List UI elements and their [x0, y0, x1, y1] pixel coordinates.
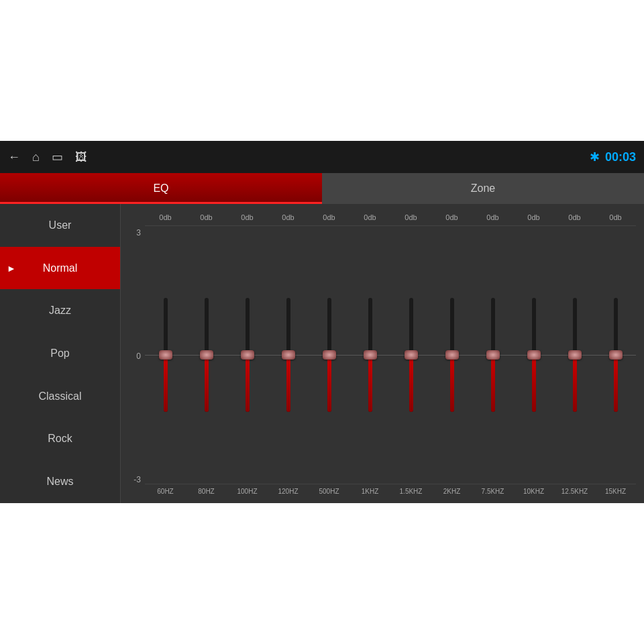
slider-track-wrap: [595, 225, 636, 484]
slider-track-wrap: [554, 225, 595, 484]
eq-panel: 3 0 -3 0db0db0db0db0db0db0db0db0db0db0db…: [121, 204, 644, 503]
slider-thumb[interactable]: [609, 350, 623, 360]
slider-track-wrap: [309, 225, 350, 484]
slider-track[interactable]: [286, 298, 290, 412]
db-label: 0db: [268, 213, 309, 221]
sidebar-item-user[interactable]: User: [0, 204, 120, 247]
slider-thumb[interactable]: [282, 350, 295, 360]
slider-thumb[interactable]: [405, 350, 418, 360]
tab-zone[interactable]: Zone: [322, 173, 644, 204]
db-label: 0db: [350, 213, 390, 221]
back-icon[interactable]: ←: [8, 150, 20, 164]
slider-column: 2KHZ: [431, 225, 472, 498]
slider-thumb[interactable]: [445, 350, 459, 360]
slider-thumb[interactable]: [200, 350, 213, 360]
sidebar-item-rock[interactable]: Rock: [0, 418, 120, 461]
slider-track[interactable]: [368, 298, 372, 412]
slider-track[interactable]: [164, 298, 168, 412]
tab-bar: EQ Zone: [0, 173, 644, 204]
db-label: 0db: [431, 213, 472, 221]
sidebar-item-jazz[interactable]: Jazz: [0, 289, 120, 332]
db-label: 0db: [595, 213, 636, 221]
slider-fill: [164, 355, 168, 412]
slider-column: 15KHZ: [595, 225, 636, 498]
nav-icons: ← ⌂ ▭ 🖼: [8, 150, 87, 164]
slider-fill: [327, 355, 331, 412]
slider-track-wrap: [145, 225, 186, 484]
freq-label: 10KHZ: [523, 484, 544, 498]
slider-track[interactable]: [491, 298, 495, 412]
slider-thumb[interactable]: [159, 350, 172, 360]
slider-thumb[interactable]: [323, 350, 336, 360]
slider-column: 12.5KHZ: [554, 225, 595, 498]
slider-track-wrap: [513, 225, 554, 484]
slider-thumb[interactable]: [241, 350, 254, 360]
slider-fill: [246, 355, 250, 412]
eq-grid: 3 0 -3 0db0db0db0db0db0db0db0db0db0db0db…: [126, 209, 636, 500]
freq-label: 2KHZ: [443, 484, 461, 498]
slider-track[interactable]: [614, 298, 618, 412]
slider-thumb[interactable]: [364, 350, 377, 360]
sidebar-item-news[interactable]: News: [0, 460, 120, 503]
slider-track[interactable]: [573, 298, 577, 412]
slider-track[interactable]: [205, 298, 209, 412]
freq-label: 1.5KHZ: [400, 484, 423, 498]
slider-fill: [573, 355, 577, 412]
play-icon: ►: [7, 263, 16, 274]
sliders-area: 0db0db0db0db0db0db0db0db0db0db0db0db 60H…: [145, 209, 636, 500]
slider-track-wrap: [431, 225, 472, 484]
slider-fill: [491, 355, 495, 412]
slider-track-wrap: [268, 225, 309, 484]
slider-column: 60HZ: [145, 225, 186, 498]
sidebar-item-normal[interactable]: ► Normal: [0, 247, 120, 290]
sidebar-item-pop[interactable]: Pop: [0, 332, 120, 375]
slider-track[interactable]: [450, 298, 454, 412]
slider-track-wrap: [227, 225, 268, 484]
slider-column: 10KHZ: [513, 225, 554, 498]
y-axis: 3 0 -3: [126, 209, 145, 500]
db-label: 0db: [227, 213, 268, 221]
freq-label: 7.5KHZ: [482, 484, 504, 498]
slider-thumb[interactable]: [486, 350, 500, 360]
bluetooth-icon: ✱: [590, 150, 600, 164]
slider-fill: [450, 355, 454, 412]
home-icon[interactable]: ⌂: [32, 150, 40, 164]
freq-label: 60HZ: [157, 484, 173, 498]
slider-fill: [409, 355, 413, 412]
slider-column: 80HZ: [186, 225, 227, 498]
tab-eq[interactable]: EQ: [0, 173, 322, 204]
slider-column: 120HZ: [268, 225, 309, 498]
gallery-icon[interactable]: 🖼: [75, 150, 87, 164]
sidebar-item-classical[interactable]: Classical: [0, 375, 120, 418]
slider-column: 1.5KHZ: [390, 225, 431, 498]
main-area: User ► Normal Jazz Pop Classical Rock Ne…: [0, 204, 644, 503]
slider-track[interactable]: [409, 298, 413, 412]
slider-column: 1KHZ: [350, 225, 390, 498]
slider-thumb[interactable]: [568, 350, 582, 360]
top-bar: ← ⌂ ▭ 🖼 ✱ 00:03: [0, 141, 644, 173]
slider-track[interactable]: [246, 298, 250, 412]
slider-track-wrap: [350, 225, 390, 484]
slider-fill: [532, 355, 536, 412]
freq-label: 100HZ: [237, 484, 257, 498]
clock-display: 00:03: [605, 150, 636, 164]
freq-label: 500HZ: [319, 484, 339, 498]
status-area: ✱ 00:03: [590, 150, 636, 164]
freq-label: 12.5KHZ: [561, 484, 588, 498]
screen-icon[interactable]: ▭: [52, 150, 63, 164]
db-label: 0db: [472, 213, 513, 221]
slider-track[interactable]: [532, 298, 536, 412]
slider-fill: [286, 355, 290, 412]
slider-fill: [614, 355, 618, 412]
slider-column: 100HZ: [227, 225, 268, 498]
sidebar: User ► Normal Jazz Pop Classical Rock Ne…: [0, 204, 121, 503]
sliders-container: 60HZ80HZ100HZ120HZ500HZ1KHZ1.5KHZ2KHZ7.5…: [145, 225, 636, 500]
db-label: 0db: [309, 213, 350, 221]
db-label: 0db: [554, 213, 595, 221]
freq-label: 80HZ: [198, 484, 214, 498]
slider-column: 500HZ: [309, 225, 350, 498]
slider-thumb[interactable]: [527, 350, 541, 360]
db-labels: 0db0db0db0db0db0db0db0db0db0db0db0db: [145, 209, 636, 225]
slider-track[interactable]: [327, 298, 331, 412]
slider-track-wrap: [472, 225, 513, 484]
